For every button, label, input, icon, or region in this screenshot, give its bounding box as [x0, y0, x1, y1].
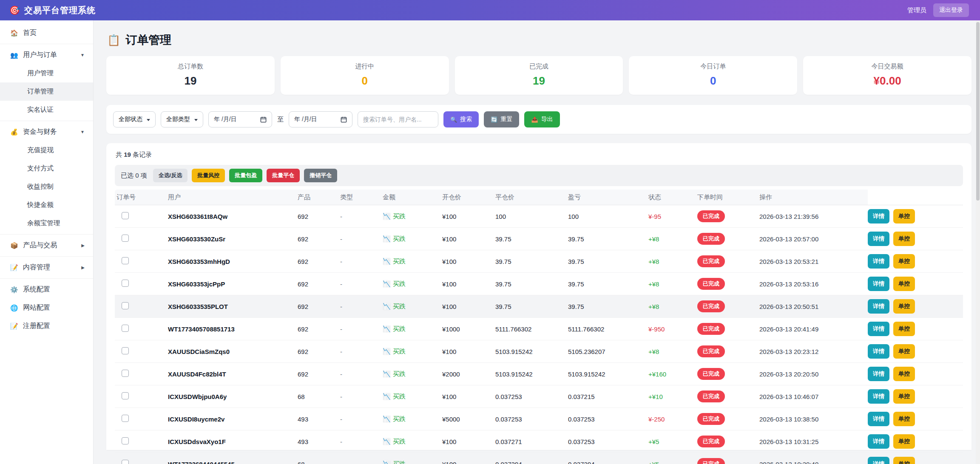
sidebar-item-收益控制[interactable]: 收益控制	[0, 178, 93, 196]
open-price-cell: 39.75	[495, 235, 568, 243]
sidebar-item-快捷金额[interactable]: 快捷金额	[0, 196, 93, 214]
gear-icon: ⚙️	[10, 286, 19, 294]
control-button[interactable]: 单控	[893, 209, 915, 224]
control-button[interactable]: 单控	[893, 232, 915, 246]
detail-button[interactable]: 详情	[868, 209, 889, 224]
row-checkbox[interactable]	[122, 415, 129, 422]
sidebar-item-内容管理[interactable]: 📝内容管理▶	[0, 258, 93, 277]
page-title: 订单管理	[125, 32, 171, 48]
row-checkbox[interactable]	[122, 302, 129, 309]
sidebar-item-产品与交易[interactable]: 📦产品与交易▶	[0, 236, 93, 255]
batch-button-批量平仓[interactable]: 批量平仓	[267, 169, 300, 182]
control-button[interactable]: 单控	[893, 389, 915, 404]
row-checkbox[interactable]	[122, 437, 129, 444]
sidebar-item-订单管理[interactable]: 订单管理	[0, 82, 93, 101]
control-button[interactable]: 单控	[893, 322, 915, 336]
sidebar-divider	[0, 278, 93, 279]
status-filter-select[interactable]: 全部状态	[113, 111, 156, 127]
sidebar-item-首页[interactable]: 🏠首页	[0, 24, 93, 42]
table-row: ICXUSDI8uycme2v493-📉买跌¥50000.0372530.037…	[115, 408, 963, 430]
detail-button[interactable]: 详情	[868, 232, 889, 246]
memo-icon: 📝	[10, 323, 19, 330]
row-checkbox[interactable]	[122, 460, 129, 464]
type-filter-select[interactable]: 全部类型	[161, 111, 203, 127]
control-button[interactable]: 单控	[893, 254, 915, 269]
detail-button[interactable]: 详情	[868, 389, 889, 404]
calendar-icon[interactable]	[260, 116, 267, 123]
detail-button[interactable]: 详情	[868, 457, 889, 464]
row-checkbox[interactable]	[122, 347, 129, 354]
sidebar-item-实名认证[interactable]: 实名认证	[0, 101, 93, 119]
column-header-blank	[868, 190, 963, 205]
row-checkbox[interactable]	[122, 370, 129, 377]
amount-cell: ¥100	[442, 258, 495, 265]
calendar-icon[interactable]	[341, 116, 347, 123]
sidebar-item-充值提现[interactable]: 充值提现	[0, 141, 93, 159]
user-cell: XAUUSDCiaSmZqs0	[168, 348, 298, 355]
row-checkbox[interactable]	[122, 235, 129, 242]
control-button[interactable]: 单控	[893, 344, 915, 359]
control-button[interactable]: 单控	[893, 457, 915, 464]
batch-button-全选/反选[interactable]: 全选/反选	[153, 169, 188, 182]
selected-count-label: 已选 0 项	[121, 172, 147, 180]
sidebar-item-label: 快捷金额	[27, 201, 85, 209]
scrollbar-thumb[interactable]	[976, 22, 980, 201]
close-price-cell: 39.75	[568, 235, 648, 243]
reset-icon: 🔄	[491, 116, 497, 123]
direction-cell: 📉买跌	[383, 257, 442, 266]
detail-button[interactable]: 详情	[868, 322, 889, 336]
batch-actions-bar: 已选 0 项 全选/反选批量风控批量包盈批量平仓撤销平仓	[115, 165, 963, 186]
column-header-平仓价: 平仓价	[495, 190, 568, 205]
open-price-cell: 5103.915242	[495, 371, 568, 378]
sidebar-item-label: 网站配置	[23, 303, 85, 312]
sidebar-item-系统配置[interactable]: ⚙️系统配置	[0, 280, 93, 299]
detail-button[interactable]: 详情	[868, 254, 889, 269]
sidebar-item-用户与订单[interactable]: 👥用户与订单▼	[0, 46, 93, 64]
detail-button[interactable]: 详情	[868, 412, 889, 426]
row-checkbox[interactable]	[122, 257, 129, 264]
reset-button[interactable]: 🔄 重置	[484, 111, 519, 127]
row-checkbox[interactable]	[122, 212, 129, 219]
control-button[interactable]: 单控	[893, 434, 915, 449]
user-cell: ICXUSDI8uycme2v	[168, 416, 298, 423]
row-checkbox[interactable]	[122, 392, 129, 399]
sidebar-item-支付方式[interactable]: 支付方式	[0, 159, 93, 178]
detail-button[interactable]: 详情	[868, 299, 889, 314]
close-price-cell: 39.75	[568, 258, 648, 265]
sidebar-item-资金与财务[interactable]: 💰资金与财务▼	[0, 123, 93, 141]
start-date-input[interactable]: 年 /月/日	[208, 111, 272, 127]
detail-button[interactable]: 详情	[868, 344, 889, 359]
logout-button[interactable]: 退出登录	[933, 3, 969, 17]
detail-button[interactable]: 详情	[868, 277, 889, 291]
control-button[interactable]: 单控	[893, 367, 915, 381]
amount-cell: ¥100	[442, 235, 495, 243]
sidebar-item-网站配置[interactable]: 🌐网站配置	[0, 299, 93, 317]
control-button[interactable]: 单控	[893, 277, 915, 291]
control-button[interactable]: 单控	[893, 412, 915, 426]
order-select-cell	[115, 437, 168, 446]
status-cell: 已完成	[697, 233, 759, 245]
users-icon: 👥	[10, 51, 19, 59]
batch-button-批量风控[interactable]: 批量风控	[192, 169, 225, 182]
sidebar-item-用户管理[interactable]: 用户管理	[0, 64, 93, 82]
end-date-input[interactable]: 年 /月/日	[289, 111, 352, 127]
sidebar-item-注册配置[interactable]: 📝注册配置	[0, 317, 93, 335]
detail-button[interactable]: 详情	[868, 434, 889, 449]
sidebar: 🏠首页👥用户与订单▼用户管理订单管理实名认证💰资金与财务▼充值提现支付方式收益控…	[0, 20, 94, 464]
page-scrollbar[interactable]	[976, 20, 980, 464]
batch-button-批量包盈[interactable]: 批量包盈	[229, 169, 262, 182]
control-button[interactable]: 单控	[893, 299, 915, 314]
batch-button-撤销平仓[interactable]: 撤销平仓	[304, 169, 337, 182]
type-cell: -	[340, 371, 383, 378]
status-badge: 已完成	[697, 413, 725, 425]
table-row: XSHG603353mhHgD692-📉买跌¥10039.7539.75+¥8已…	[115, 250, 963, 273]
sidebar-item-余额宝管理[interactable]: 余额宝管理	[0, 214, 93, 232]
search-input[interactable]	[358, 111, 438, 127]
export-button[interactable]: 📤 导出	[524, 111, 560, 127]
row-checkbox[interactable]	[122, 280, 129, 287]
search-icon: 🔍	[450, 116, 457, 123]
detail-button[interactable]: 详情	[868, 367, 889, 381]
search-button[interactable]: 🔍 搜索	[443, 111, 479, 127]
order-select-cell	[115, 392, 168, 401]
row-checkbox[interactable]	[122, 325, 129, 332]
